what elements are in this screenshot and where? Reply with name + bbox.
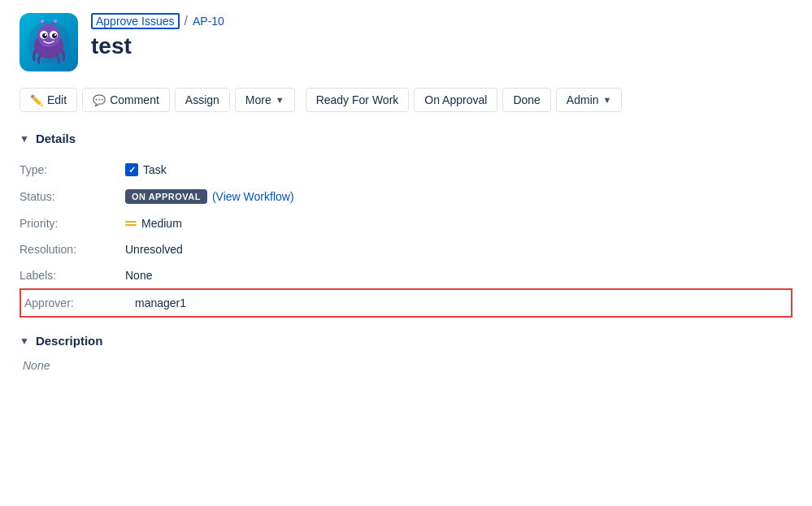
- approver-label: Approver:: [20, 288, 125, 318]
- ready-for-work-label: Ready For Work: [316, 93, 399, 106]
- on-approval-button[interactable]: On Approval: [414, 88, 497, 112]
- edit-button[interactable]: ✏️ Edit: [20, 88, 77, 112]
- edit-icon: ✏️: [30, 94, 43, 106]
- priority-value: Medium: [125, 210, 792, 236]
- details-table: Type: Task Status: ON APPROVAL (View Wor…: [20, 157, 792, 318]
- type-label: Type:: [20, 157, 125, 183]
- details-section: ▼ Details Type: Task Status: ON APPROVAL…: [20, 132, 792, 318]
- description-section: ▼ Description None: [20, 334, 792, 372]
- admin-button[interactable]: Admin ▼: [556, 88, 623, 112]
- svg-point-10: [41, 19, 44, 23]
- priority-label: Priority:: [20, 210, 125, 236]
- description-chevron-icon: ▼: [20, 335, 29, 347]
- labels-value: None: [125, 262, 792, 288]
- app-icon: [20, 13, 78, 71]
- svg-point-6: [52, 33, 57, 38]
- details-chevron-icon: ▼: [20, 133, 29, 145]
- comment-icon: 💬: [93, 94, 106, 106]
- status-label: Status:: [20, 183, 125, 210]
- admin-chevron-icon: ▼: [603, 95, 612, 105]
- toolbar: ✏️ Edit 💬 Comment Assign More ▼ Ready Fo…: [20, 88, 792, 112]
- resolution-label: Resolution:: [20, 236, 125, 262]
- on-approval-label: On Approval: [424, 93, 487, 106]
- assign-label: Assign: [185, 93, 219, 106]
- details-section-header[interactable]: ▼ Details: [20, 132, 792, 145]
- comment-label: Comment: [110, 93, 159, 106]
- header-text: Approve Issues / AP-10 test: [91, 13, 224, 60]
- resolution-value: Unresolved: [125, 236, 792, 262]
- done-label: Done: [513, 93, 540, 106]
- details-section-title: Details: [36, 132, 76, 145]
- breadcrumb-project-link[interactable]: Approve Issues: [91, 13, 180, 29]
- header: Approve Issues / AP-10 test: [20, 13, 792, 71]
- task-checkbox-icon: [125, 163, 138, 176]
- ready-for-work-button[interactable]: Ready For Work: [306, 88, 410, 112]
- breadcrumb-separator: /: [185, 14, 188, 28]
- assign-button[interactable]: Assign: [175, 88, 230, 112]
- done-button[interactable]: Done: [502, 88, 550, 112]
- approver-value[interactable]: manager1: [125, 288, 792, 318]
- svg-point-7: [45, 34, 46, 36]
- view-workflow-link[interactable]: (View Workflow): [212, 190, 294, 203]
- description-section-header[interactable]: ▼ Description: [20, 334, 792, 348]
- type-value: Task: [125, 157, 792, 183]
- toolbar-divider: [300, 90, 301, 110]
- more-label: More: [245, 93, 271, 106]
- status-value: ON APPROVAL (View Workflow): [125, 183, 792, 210]
- svg-point-5: [42, 33, 47, 38]
- priority-icon: [125, 221, 137, 226]
- admin-label: Admin: [567, 93, 599, 106]
- labels-label: Labels:: [20, 262, 125, 288]
- breadcrumb: Approve Issues / AP-10: [91, 13, 224, 29]
- breadcrumb-issue-id[interactable]: AP-10: [193, 15, 224, 28]
- comment-button[interactable]: 💬 Comment: [82, 88, 170, 112]
- issue-title: test: [91, 32, 224, 60]
- more-button[interactable]: More ▼: [235, 88, 295, 112]
- edit-label: Edit: [47, 93, 67, 106]
- description-value: None: [23, 359, 792, 372]
- more-chevron-icon: ▼: [276, 95, 284, 105]
- status-badge: ON APPROVAL: [125, 189, 207, 204]
- svg-point-8: [54, 34, 56, 36]
- svg-point-12: [54, 19, 57, 23]
- description-section-title: Description: [36, 334, 103, 348]
